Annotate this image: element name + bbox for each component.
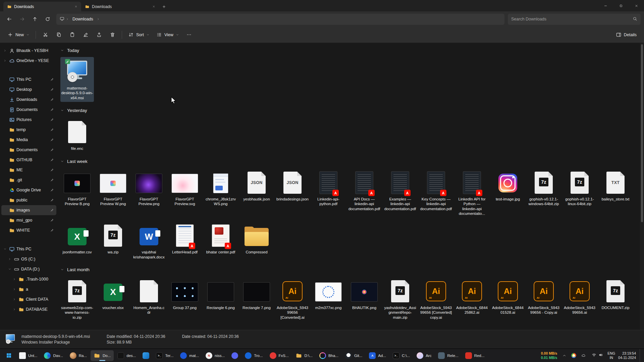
search-box[interactable]: Search Downloads — [508, 14, 641, 25]
sidebar-item-bhautik-yesbh[interactable]: Bhautik - YESBH — [1, 46, 56, 56]
file-tile[interactable]: BHAUTIK.png — [347, 277, 381, 312]
breadcrumb-bar[interactable]: Downloads — [56, 14, 504, 25]
chevron-right-icon[interactable] — [3, 58, 7, 63]
sidebar-item-pictures[interactable]: Pictures — [1, 115, 56, 125]
taskbar-item-github-desktop[interactable]: Git... — [342, 350, 365, 361]
group-header-last-month[interactable]: Last month — [60, 266, 644, 274]
copy-button[interactable] — [52, 29, 65, 41]
file-tile[interactable]: AiAIAdobeStock_594399656 [Converted] cop… — [419, 277, 453, 321]
minimize-button[interactable] — [598, 0, 613, 11]
taskbar-item-edge[interactable]: Dav... — [41, 350, 66, 361]
file-tile[interactable]: ALetterHead.pdf — [168, 221, 202, 256]
sidebar-item-me[interactable]: ME — [1, 165, 56, 175]
file-tile[interactable]: 7zgophish-v0.12.1-linux-64bit.zip — [563, 168, 596, 208]
sidebar-item-data-d[interactable]: DATA (D:) — [1, 264, 56, 274]
close-button[interactable] — [629, 0, 644, 11]
taskbar-item-app-tro[interactable]: Tro... — [242, 350, 266, 361]
file-tile[interactable]: 7zDOCUMENT.zip — [599, 277, 632, 312]
taskbar-item-arc[interactable]: Arc — [414, 350, 434, 361]
file-tile[interactable]: Group 37.png — [168, 277, 202, 312]
sidebar-item-desktop[interactable]: Desktop — [1, 84, 56, 95]
file-tile[interactable]: 7zgophish-v0.12.1-windows-64bit.zip — [527, 168, 560, 208]
chevron-right-icon[interactable] — [12, 277, 17, 282]
sidebar-item-white[interactable]: WHITE — [1, 225, 56, 235]
taskbar-item-mattermost[interactable]: mat... — [177, 350, 202, 361]
network-speed-indicator[interactable]: 0.00 MB/s 0.01 MB/s — [541, 351, 557, 360]
sidebar-item-temp[interactable]: temp — [1, 125, 56, 135]
share-button[interactable] — [92, 29, 106, 41]
chevron-right-icon[interactable] — [12, 297, 17, 302]
taskbar-item-app-bha[interactable]: Bha... — [316, 350, 341, 361]
tab-close-button[interactable] — [150, 3, 157, 10]
titlebar-drag-area[interactable] — [169, 0, 598, 11]
file-tile[interactable]: Homem_Aranha.cdr — [132, 277, 166, 317]
sidebar-item-database[interactable]: DATABASE — [1, 304, 56, 314]
sidebar-item-google-drive[interactable]: Google Drive — [1, 185, 56, 195]
chevron-down-icon[interactable] — [3, 247, 7, 251]
file-tile[interactable]: chrome_J8sk1zrvWS.png — [204, 168, 237, 208]
file-tile[interactable]: AKey Concepts — linkedin-api documentati… — [419, 168, 453, 213]
file-tile[interactable]: m2m377xc.png — [312, 277, 345, 312]
file-tile[interactable]: test-image.jpg — [491, 168, 525, 203]
maximize-button[interactable] — [613, 0, 629, 11]
file-tile[interactable]: AiAIAdobeStock_594399656 [Converted].ai — [276, 277, 309, 321]
file-tile[interactable]: Rectangle 6.png — [204, 277, 237, 312]
clock[interactable]: 23:19:54 04-11-2024 — [618, 351, 636, 360]
file-tile[interactable]: Compressed — [240, 221, 273, 256]
sidebar-item-onedrive-yese[interactable]: OneDrive - YESE — [1, 56, 56, 66]
chevron-right-icon[interactable] — [3, 48, 7, 53]
taskbar-item-app-des[interactable]: des... — [114, 350, 139, 361]
taskbar-item-app-niss[interactable]: Nniss... — [203, 350, 228, 361]
sort-button[interactable]: Sort — [125, 29, 153, 41]
file-tile[interactable]: AiAIAdobeStock_684401528.ai — [491, 277, 525, 317]
sidebar-item-images[interactable]: images — [1, 205, 56, 215]
group-header-yesterday[interactable]: Yesterday — [60, 107, 644, 115]
sidebar-item-documents[interactable]: Documents — [1, 105, 56, 115]
forward-button[interactable] — [16, 13, 28, 25]
view-button[interactable]: View — [153, 29, 182, 41]
file-tile[interactable]: FlavorGPT Preview.svg — [168, 168, 202, 208]
file-tile[interactable]: AExamples — linkedin-api documentation.p… — [383, 168, 417, 213]
file-tile[interactable]: file.enc — [60, 117, 94, 153]
sidebar-item-client-data[interactable]: Client DATA — [1, 294, 56, 304]
chevron-down-icon[interactable] — [7, 267, 12, 272]
sidebar-item-this-pc[interactable]: This PC — [1, 244, 56, 254]
rename-button[interactable] — [79, 29, 92, 41]
language-indicator[interactable]: ENG IN — [607, 351, 615, 360]
taskbar-item-app-ad[interactable]: AAd... — [366, 350, 389, 361]
sidebar-item-msi-gpo[interactable]: msi_gpo — [1, 215, 56, 225]
taskbar-item-app-rele[interactable]: Rele... — [435, 350, 461, 361]
taskbar-item-discord[interactable] — [228, 350, 241, 361]
file-tile[interactable]: FlavorGPT Preview B.png — [60, 168, 94, 208]
file-tile[interactable]: AAPI Docs — linkedin-api documentation.p… — [347, 168, 381, 213]
start-button[interactable] — [2, 350, 15, 361]
chevron-right-icon[interactable] — [7, 257, 12, 261]
back-button[interactable] — [3, 13, 15, 25]
file-tile[interactable]: ALinkedin-api-python.pdf — [312, 168, 345, 208]
taskbar-item-notepad[interactable]: Unt... — [16, 350, 40, 361]
file-tile[interactable]: Rectangle 7.png — [240, 277, 273, 312]
new-tab-button[interactable] — [159, 2, 169, 11]
file-tile[interactable]: Abhatar center.pdf — [204, 221, 237, 256]
breadcrumb-root[interactable] — [60, 16, 64, 22]
file-tile[interactable]: TXTbaileys_store.txt — [599, 168, 632, 203]
tray-overflow-button[interactable] — [560, 351, 568, 360]
file-tile[interactable]: AiAIAdobeStock_594399656 - Copy.ai — [527, 277, 560, 317]
sidebar-item-downloads[interactable]: Downloads — [1, 95, 56, 105]
group-header-today[interactable]: Today — [60, 46, 644, 54]
file-tile[interactable]: JSONyesbhautik.json — [240, 168, 273, 203]
file-tile[interactable]: JSONbrindadesings.json — [276, 168, 309, 203]
taskbar-item-vscode[interactable] — [140, 350, 152, 361]
tab-downloads-1[interactable]: Downloads — [81, 2, 159, 11]
sidebar-item-documents[interactable]: Documents — [1, 145, 56, 155]
file-tile[interactable]: FlavorGPT Preview.png — [132, 168, 166, 208]
file-tile[interactable]: AiAIAdobeStock_594399656.ai — [563, 277, 596, 317]
file-tile[interactable]: 7zyashvidotdev_AssignmentRepo-main.zip — [383, 277, 417, 321]
file-tile[interactable]: ALinkedIn API for Python — linkedin-api … — [455, 168, 489, 218]
file-tile[interactable]: 7zwa.zip — [96, 221, 130, 256]
taskbar-item-app-ra[interactable]: Ra... — [67, 350, 90, 361]
group-header-last-week[interactable]: Last week — [60, 157, 644, 165]
file-tile[interactable]: ✓mattermost-desktop-5.9.0-win-x64.msi — [60, 57, 94, 102]
more-options-button[interactable] — [182, 29, 196, 41]
search-icon[interactable] — [633, 16, 637, 22]
